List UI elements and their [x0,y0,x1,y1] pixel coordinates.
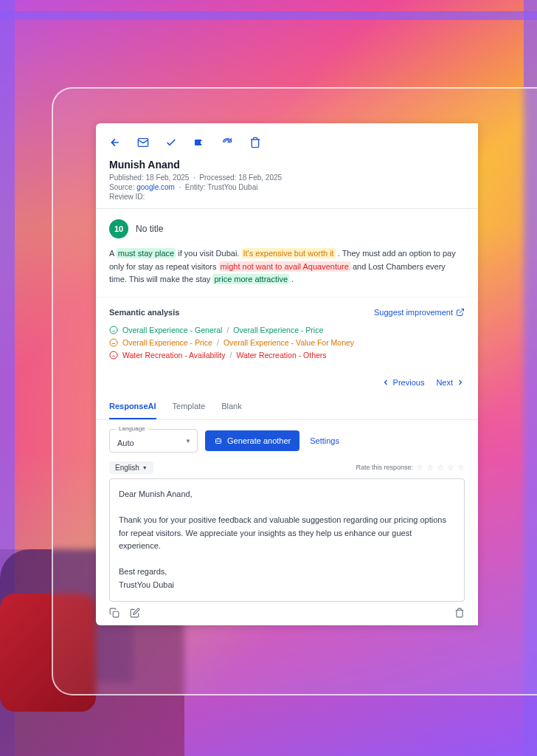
generate-another-button[interactable]: Generate another [205,430,299,451]
highlight-negative: might not want to avail Aquaventure [219,261,350,272]
compose-controls: Language Auto ▼ Generate another Setting… [96,420,478,461]
translate-button[interactable]: A文 Translate [96,624,478,625]
meta-source: Source: google.com · Entity: TrustYou Du… [109,183,465,191]
delete-icon[interactable] [454,608,465,618]
language-chip[interactable]: English ▼ [109,461,153,474]
window-frame-top [0,11,537,20]
star-icon[interactable]: ☆ [416,463,423,472]
semantic-analysis: Semantic analysis Suggest improvement Ov… [96,297,478,371]
response-textarea[interactable]: Dear Munish Anand, Thank you for your po… [109,478,465,602]
star-icon[interactable]: ☆ [457,463,465,472]
action-left [109,608,140,618]
score-badge: 10 [109,219,128,238]
suggest-improvement-link[interactable]: Suggest improvement [374,308,465,317]
meta-review-id: Review ID: [109,193,465,201]
copy-icon[interactable] [109,608,119,618]
star-icon[interactable]: ☆ [426,463,434,472]
review-text: A must stay place if you visit Dubai. It… [109,247,465,286]
svg-point-8 [219,441,220,441]
meh-icon [109,338,118,347]
semantic-row-negative: Water Recreation - Availability / Water … [109,351,465,360]
semantic-row-neutral: Overall Experience - Price / Overall Exp… [109,338,465,347]
score-row: 10 No title [109,219,465,238]
chevron-down-icon: ▼ [142,465,148,470]
review-body: 10 No title A must stay place if you vis… [96,209,478,297]
mail-icon[interactable] [137,137,149,148]
svg-point-4 [110,339,117,346]
settings-link[interactable]: Settings [310,436,339,445]
trash-icon[interactable] [249,137,261,148]
smile-icon [109,326,118,334]
rate-response: Rate this response: ☆ ☆ ☆ ☆ ☆ [356,463,465,472]
semantic-title: Semantic analysis [109,308,179,317]
share-icon[interactable] [221,137,233,148]
external-link-icon [456,308,465,317]
svg-rect-1 [195,140,201,145]
svg-point-7 [217,441,218,441]
highlight-positive: must stay place [117,248,176,258]
next-button[interactable]: Next [436,378,465,387]
edit-icon[interactable] [130,608,140,618]
meta-dates: Published: 18 Feb, 2025 · Processed: 18 … [109,173,465,182]
tab-blank[interactable]: Blank [221,394,242,419]
svg-point-5 [110,351,117,359]
semantic-header: Semantic analysis Suggest improvement [109,308,465,317]
frown-icon [109,351,118,360]
response-meta: English ▼ Rate this response: ☆ ☆ ☆ ☆ ☆ [96,461,478,478]
toolbar [96,123,478,159]
tag-icon[interactable] [193,137,205,148]
tabs: ResponseAI Template Blank [96,394,478,420]
reviewer-name: Munish Anand [109,159,465,171]
response-actions [96,602,478,624]
chevron-left-icon [381,378,390,387]
svg-point-3 [110,326,117,334]
review-title: No title [136,224,163,234]
svg-rect-9 [113,611,119,617]
language-select[interactable]: Language Auto ▼ [109,429,198,453]
chevron-down-icon: ▼ [185,437,191,444]
tab-responseai[interactable]: ResponseAI [109,394,156,419]
highlight-neutral: It's expensive but worth it [241,248,335,258]
pager: Previous Next [96,371,478,394]
semantic-row-positive: Overall Experience - General / Overall E… [109,326,465,334]
chevron-right-icon [456,378,465,387]
back-icon[interactable] [109,137,121,148]
check-icon[interactable] [165,137,177,148]
star-icon[interactable]: ☆ [437,463,444,472]
review-header: Munish Anand Published: 18 Feb, 2025 · P… [96,159,478,209]
robot-icon [214,436,223,445]
highlight-positive: price more attractive [212,274,289,284]
review-card: Munish Anand Published: 18 Feb, 2025 · P… [96,123,478,625]
star-icon[interactable]: ☆ [447,463,454,472]
language-label: Language [116,425,148,432]
source-link[interactable]: google.com [136,183,175,191]
svg-rect-2 [201,141,204,144]
previous-button[interactable]: Previous [381,378,425,387]
tab-template[interactable]: Template [173,394,206,419]
